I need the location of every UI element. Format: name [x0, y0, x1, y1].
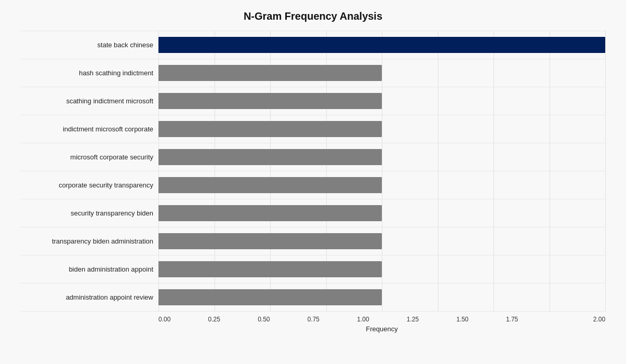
chart-title: N-Gram Frequency Analysis	[21, 10, 605, 22]
x-tick: 2.00	[556, 316, 606, 323]
bar-row: administration appoint review	[21, 284, 605, 312]
bar-label: microsoft corporate security	[21, 153, 158, 161]
x-tick: 0.75	[308, 316, 357, 323]
bar-row: transparency biden administration	[21, 227, 605, 255]
bar-row: scathing indictment microsoft	[21, 87, 605, 115]
x-tick: 0.25	[208, 316, 258, 323]
x-tick: 1.25	[407, 316, 457, 323]
bar-label: administration appoint review	[21, 293, 158, 301]
bar-fill	[158, 233, 382, 250]
bar-label: corporate security transparency	[21, 181, 158, 189]
bar-fill	[158, 121, 382, 138]
x-tick: 1.00	[357, 316, 407, 323]
bar-label: biden administration appoint	[21, 265, 158, 273]
bar-track	[158, 65, 605, 82]
x-ticks: 0.000.250.500.751.001.251.501.752.00	[158, 316, 605, 323]
bar-fill	[158, 65, 382, 82]
bar-row: microsoft corporate security	[21, 143, 605, 171]
bar-fill	[158, 37, 605, 53]
bar-label: hash scathing indictment	[21, 69, 158, 77]
bar-fill	[158, 205, 382, 222]
bar-track	[158, 233, 605, 250]
rows-area: state back chinesehash scathing indictme…	[21, 31, 605, 312]
bar-track	[158, 177, 605, 194]
bar-track	[158, 121, 605, 138]
bar-label: transparency biden administration	[21, 237, 158, 245]
bar-track	[158, 37, 605, 53]
x-axis-label: Frequency	[158, 325, 605, 333]
x-tick: 0.50	[258, 316, 308, 323]
bar-track	[158, 149, 605, 166]
x-axis: 0.000.250.500.751.001.251.501.752.00 Fre…	[158, 312, 605, 333]
plot-area: state back chinesehash scathing indictme…	[21, 31, 605, 312]
bar-row: security transparency biden	[21, 199, 605, 227]
x-tick: 0.00	[158, 316, 208, 323]
bar-label: indictment microsoft corporate	[21, 125, 158, 133]
chart-container: N-Gram Frequency Analysis state back chi…	[0, 0, 626, 364]
bar-row: hash scathing indictment	[21, 59, 605, 87]
bar-track	[158, 93, 605, 110]
bar-fill	[158, 289, 382, 306]
x-tick: 1.50	[456, 316, 506, 323]
bar-label: security transparency biden	[21, 209, 158, 217]
bar-fill	[158, 149, 382, 166]
bar-label: state back chinese	[21, 41, 158, 49]
bar-label: scathing indictment microsoft	[21, 97, 158, 105]
bar-row: indictment microsoft corporate	[21, 115, 605, 143]
bar-row: biden administration appoint	[21, 255, 605, 284]
x-tick: 1.75	[506, 316, 556, 323]
bar-row: state back chinese	[21, 31, 605, 59]
chart-body: state back chinesehash scathing indictme…	[21, 31, 605, 333]
bar-fill	[158, 261, 382, 278]
bar-row: corporate security transparency	[21, 171, 605, 199]
bar-track	[158, 205, 605, 222]
bar-fill	[158, 177, 382, 194]
bar-fill	[158, 93, 382, 110]
grid-line	[605, 31, 606, 312]
bar-track	[158, 289, 605, 306]
bar-track	[158, 261, 605, 278]
